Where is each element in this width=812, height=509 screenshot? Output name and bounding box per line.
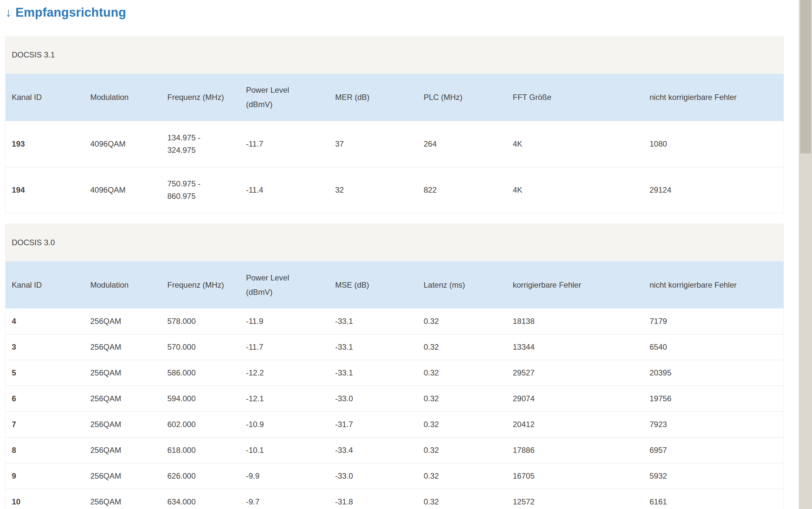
data-cell: 618.000 xyxy=(161,438,240,463)
channel-row: 7256QAM602.000-10.9-31.70.32204127923 xyxy=(5,412,784,438)
column-header: Modulation xyxy=(84,74,161,121)
data-cell: -12.2 xyxy=(240,360,329,386)
section-header-row: DOCSIS 3.1 xyxy=(5,36,784,74)
channel-row: 6256QAM594.000-12.1-33.00.322907419756 xyxy=(5,386,784,412)
data-cell: 256QAM xyxy=(84,489,161,509)
channel-id-cell: 194 xyxy=(5,167,84,213)
data-cell: 0.32 xyxy=(417,463,507,489)
data-cell: -33.1 xyxy=(329,309,417,334)
column-header: korrigierbare Fehler xyxy=(507,261,644,309)
data-cell: 626.000 xyxy=(161,463,240,489)
data-cell: 256QAM xyxy=(84,412,161,438)
data-cell: -11.7 xyxy=(240,334,329,360)
column-header-row: Kanal IDModulationFrequenz (MHz)Power Le… xyxy=(5,261,784,309)
column-header: nicht korrigierbare Fehler xyxy=(644,74,784,121)
data-cell: 12572 xyxy=(507,489,644,509)
data-cell: 7923 xyxy=(644,412,784,438)
channel-id-cell: 6 xyxy=(5,386,84,412)
data-cell: -9.7 xyxy=(240,489,329,509)
channel-row: 1944096QAM750.975 - 860.975-11.4328224K2… xyxy=(5,167,784,213)
channel-id-cell: 10 xyxy=(5,489,84,509)
data-cell: 594.000 xyxy=(161,386,240,412)
data-cell: 7179 xyxy=(644,309,784,334)
data-cell: 29124 xyxy=(644,167,784,213)
data-cell: 586.000 xyxy=(161,360,240,386)
channel-row: 8256QAM618.000-10.1-33.40.32178866957 xyxy=(5,438,784,463)
data-cell: -31.7 xyxy=(329,412,417,438)
channel-id-cell: 8 xyxy=(5,438,84,463)
column-header: MSE (dB) xyxy=(329,261,417,309)
data-cell: 134.975 - 324.975 xyxy=(161,121,240,167)
data-cell: -10.1 xyxy=(240,438,329,463)
data-cell: 29074 xyxy=(507,386,644,412)
data-cell: 17886 xyxy=(507,438,644,463)
data-cell: -33.0 xyxy=(329,463,417,489)
data-cell: 0.32 xyxy=(417,386,507,412)
data-cell: 264 xyxy=(417,121,507,167)
data-cell: -10.9 xyxy=(240,412,329,438)
column-header: Kanal ID xyxy=(5,261,84,309)
vertical-scrollbar-thumb[interactable] xyxy=(800,0,811,154)
data-cell: 256QAM xyxy=(84,438,161,463)
column-header: Power Level (dBmV) xyxy=(240,261,329,309)
data-cell: 0.32 xyxy=(417,438,507,463)
data-cell: 0.32 xyxy=(417,412,507,438)
data-cell: 256QAM xyxy=(84,309,161,334)
data-cell: 18138 xyxy=(507,309,644,334)
data-cell: -33.1 xyxy=(329,360,417,386)
data-cell: 578.000 xyxy=(161,309,240,334)
data-cell: 822 xyxy=(417,167,507,213)
channel-tables-container: DOCSIS 3.1Kanal IDModulationFrequenz (MH… xyxy=(5,36,799,509)
page-title-text: Empfangsrichtung xyxy=(15,5,126,19)
column-header: FFT Größe xyxy=(507,74,644,121)
data-cell: 602.000 xyxy=(161,412,240,438)
table-docsis-3-0: DOCSIS 3.0Kanal IDModulationFrequenz (MH… xyxy=(5,224,784,509)
data-cell: -9.9 xyxy=(240,463,329,489)
data-cell: -11.7 xyxy=(240,121,329,167)
downstream-arrow-icon: ↓ xyxy=(5,5,11,19)
data-cell: 4K xyxy=(507,167,644,213)
vertical-scrollbar-track[interactable] xyxy=(799,0,812,509)
data-cell: -11.9 xyxy=(240,309,329,334)
channel-row: 1934096QAM134.975 - 324.975-11.7372644K1… xyxy=(5,121,784,167)
data-cell: -33.0 xyxy=(329,386,417,412)
data-cell: 256QAM xyxy=(84,360,161,386)
column-header: MER (dB) xyxy=(329,74,417,121)
data-cell: 256QAM xyxy=(84,334,161,360)
data-cell: 570.000 xyxy=(161,334,240,360)
data-cell: 6540 xyxy=(644,334,784,360)
data-cell: 32 xyxy=(329,167,417,213)
column-header: Modulation xyxy=(84,261,161,309)
channel-row: 10256QAM634.000-9.7-31.80.32125726161 xyxy=(5,489,784,509)
data-cell: 256QAM xyxy=(84,463,161,489)
data-cell: -11.4 xyxy=(240,167,329,213)
data-cell: 19756 xyxy=(644,386,784,412)
section-title: DOCSIS 3.1 xyxy=(5,36,784,74)
column-header: Power Level (dBmV) xyxy=(240,74,329,121)
data-cell: 37 xyxy=(329,121,417,167)
data-cell: 13344 xyxy=(507,334,644,360)
channel-row: 3256QAM570.000-11.7-33.10.32133446540 xyxy=(5,334,784,360)
data-cell: -12.1 xyxy=(240,386,329,412)
data-cell: -33.1 xyxy=(329,334,417,360)
data-cell: 0.32 xyxy=(417,360,507,386)
column-header: nicht korrigierbare Fehler xyxy=(644,261,784,309)
channel-id-cell: 4 xyxy=(5,309,84,334)
data-cell: 0.32 xyxy=(417,309,507,334)
data-cell: -33.4 xyxy=(329,438,417,463)
column-header: Frequenz (MHz) xyxy=(161,261,240,309)
data-cell: 1080 xyxy=(644,121,784,167)
data-cell: 4096QAM xyxy=(84,167,161,213)
data-cell: 16705 xyxy=(507,463,644,489)
channel-id-cell: 9 xyxy=(5,463,84,489)
channel-id-cell: 193 xyxy=(5,121,84,167)
data-cell: 634.000 xyxy=(161,489,240,509)
column-header: Kanal ID xyxy=(5,74,84,121)
channel-id-cell: 7 xyxy=(5,412,84,438)
column-header: Frequenz (MHz) xyxy=(161,74,240,121)
data-cell: 256QAM xyxy=(84,386,161,412)
channel-row: 4256QAM578.000-11.9-33.10.32181387179 xyxy=(5,309,784,334)
data-cell: 6161 xyxy=(644,489,784,509)
data-cell: 4096QAM xyxy=(84,121,161,167)
channel-row: 5256QAM586.000-12.2-33.10.322952720395 xyxy=(5,360,784,386)
